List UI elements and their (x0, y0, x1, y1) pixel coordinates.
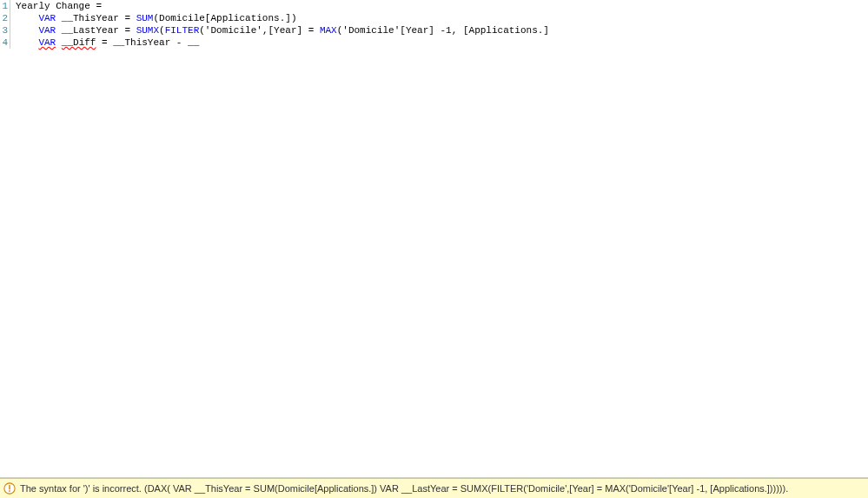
code-line-4[interactable]: 4 VAR __Diff = __ThisYear - __ (0, 37, 868, 49)
indent (16, 37, 38, 48)
line-number: 1 (0, 0, 10, 12)
var-name: __LastYear = (56, 25, 136, 36)
paren: ( (159, 25, 165, 36)
gutter-border (10, 12, 10, 24)
indent (16, 13, 38, 23)
indent (16, 25, 38, 36)
function-sum: SUM (136, 13, 154, 23)
svg-rect-1 (9, 485, 10, 489)
code-line-1[interactable]: 1 Yearly Change = (0, 0, 868, 12)
args: (Domicile[Applications.]) (153, 13, 296, 23)
function-sumx: SUMX (136, 25, 159, 36)
code-content[interactable]: VAR __ThisYear = SUM(Domicile[Applicatio… (16, 12, 868, 24)
error-status-bar: The syntax for ')' is incorrect. (DAX( V… (0, 478, 868, 498)
gutter-border (10, 24, 10, 37)
expression: = __ThisYear - __ (96, 37, 199, 48)
code-content[interactable]: VAR __LastYear = SUMX(FILTER('Domicile',… (16, 24, 868, 37)
args: ('Domicile'[Year] -1, [Applications.] (337, 25, 549, 36)
keyword-var: VAR (38, 13, 56, 23)
line-number: 2 (0, 12, 10, 24)
keyword-var: VAR (38, 25, 56, 36)
warning-icon (3, 482, 16, 495)
code-content[interactable]: Yearly Change = (16, 0, 868, 12)
var-name-error: __Diff (62, 37, 96, 48)
gutter-border (10, 37, 10, 49)
code-content[interactable]: VAR __Diff = __ThisYear - __ (16, 37, 868, 49)
function-max: MAX (320, 25, 337, 36)
code-text: Yearly Change = (16, 1, 102, 11)
code-line-2[interactable]: 2 VAR __ThisYear = SUM(Domicile[Applicat… (0, 12, 868, 24)
gutter-border (10, 0, 10, 12)
line-number: 4 (0, 37, 10, 49)
error-message: The syntax for ')' is incorrect. (DAX( V… (20, 483, 788, 494)
space (56, 37, 62, 48)
function-filter: FILTER (165, 25, 200, 36)
line-number: 3 (0, 24, 10, 37)
svg-rect-2 (9, 490, 10, 492)
args: ('Domicile',[Year] = (199, 25, 320, 36)
keyword-var-error: VAR (38, 37, 56, 48)
dax-code-editor[interactable]: 1 Yearly Change = 2 VAR __ThisYear = SUM… (0, 0, 868, 478)
var-name: __ThisYear = (56, 13, 136, 23)
code-line-3[interactable]: 3 VAR __LastYear = SUMX(FILTER('Domicile… (0, 24, 868, 37)
